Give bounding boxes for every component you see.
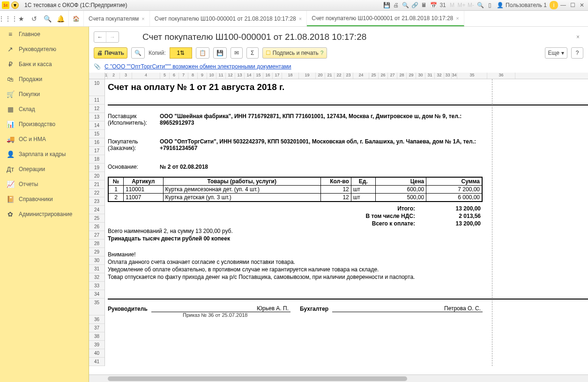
- user-menu[interactable]: 👤 Пользователь 1: [494, 2, 550, 8]
- tab-invoice-1[interactable]: Счет покупателю Ш100-000001 от 21.08.201…: [150, 11, 307, 26]
- preview-icon[interactable]: 🔍: [401, 1, 409, 9]
- col-header[interactable]: 16: [263, 73, 273, 79]
- mplus-icon[interactable]: M+: [457, 1, 466, 9]
- row-header[interactable]: 20: [89, 172, 104, 180]
- sidebar-item-2[interactable]: ₽Банк и касса: [0, 57, 89, 72]
- tab-close-icon[interactable]: ×: [299, 16, 302, 22]
- tab-home[interactable]: 🏠: [69, 11, 84, 26]
- col-header[interactable]: 28: [397, 73, 407, 79]
- print-icon[interactable]: 🖨: [392, 1, 400, 9]
- search-icon[interactable]: 🔍: [42, 14, 52, 24]
- col-header[interactable]: 27: [388, 73, 397, 79]
- col-header[interactable]: 6: [170, 73, 179, 79]
- row-header[interactable]: 31: [89, 265, 104, 273]
- col-header[interactable]: 14: [245, 73, 254, 79]
- col-header[interactable]: 26: [379, 73, 388, 79]
- date-icon[interactable]: 31: [439, 1, 447, 9]
- row-header[interactable]: 39: [89, 341, 104, 349]
- row-header[interactable]: 35: [89, 299, 104, 315]
- sidebar-item-12[interactable]: ✿Администрирование: [0, 207, 89, 222]
- row-header[interactable]: 19: [89, 164, 104, 172]
- col-header[interactable]: 33: [444, 73, 452, 79]
- col-header[interactable]: 2: [108, 73, 120, 79]
- zoom-icon[interactable]: 🔍: [476, 1, 484, 9]
- col-header[interactable]: 8: [188, 73, 198, 79]
- row-header[interactable]: 26: [89, 223, 104, 231]
- row-header[interactable]: 36: [89, 315, 104, 324]
- row-header[interactable]: 11: [89, 96, 104, 105]
- col-header[interactable]: 35: [457, 73, 487, 79]
- copies-input[interactable]: 1 ⇅: [170, 47, 192, 59]
- sidebar-item-6[interactable]: 📊Производство: [0, 117, 89, 132]
- col-header[interactable]: 13: [235, 73, 245, 79]
- row-header[interactable]: 24: [89, 206, 104, 214]
- settings-button[interactable]: 📋: [196, 47, 209, 59]
- sidebar-item-3[interactable]: 🛍Продажи: [0, 72, 89, 87]
- col-header[interactable]: 21: [325, 73, 335, 79]
- nav-back-button[interactable]: ←: [94, 32, 106, 42]
- col-header[interactable]: 3: [120, 73, 132, 79]
- maximize-icon[interactable]: ☐: [568, 1, 577, 9]
- row-header[interactable]: 14: [89, 121, 104, 130]
- nav-forward-button[interactable]: →: [106, 32, 119, 42]
- spreadsheet-area[interactable]: 1234567891011121314151617181920212223242…: [89, 73, 588, 375]
- horizontal-scrollbar[interactable]: [89, 375, 588, 382]
- more-button[interactable]: Еще ▾: [545, 47, 567, 59]
- sidebar-item-0[interactable]: ≡Главное: [0, 27, 89, 42]
- col-header[interactable]: 4: [132, 73, 160, 79]
- panels-icon[interactable]: ▯: [485, 1, 494, 9]
- row-header[interactable]: 21: [89, 180, 104, 189]
- col-header[interactable]: 10: [207, 73, 216, 79]
- link-icon[interactable]: 🔗: [410, 1, 419, 9]
- row-header[interactable]: 10: [89, 79, 104, 96]
- apps-icon[interactable]: ⋮⋮⋮: [3, 14, 13, 24]
- help-icon[interactable]: i: [550, 1, 558, 9]
- col-header[interactable]: 18: [282, 73, 299, 79]
- help-button[interactable]: ?: [571, 47, 583, 59]
- sidebar-item-7[interactable]: 🚚ОС и НМА: [0, 132, 89, 147]
- close-window-icon[interactable]: ✕: [578, 1, 586, 9]
- row-header[interactable]: 16: [89, 138, 104, 147]
- row-header[interactable]: 28: [89, 240, 104, 248]
- row-header[interactable]: 18: [89, 155, 104, 164]
- history-icon[interactable]: ↺: [29, 14, 39, 24]
- star-icon[interactable]: ★: [16, 14, 26, 24]
- col-header[interactable]: 7: [179, 73, 188, 79]
- col-header[interactable]: 31: [425, 73, 435, 79]
- col-header[interactable]: 36: [487, 73, 515, 79]
- col-header[interactable]: 12: [226, 73, 235, 79]
- sum-button[interactable]: Σ: [246, 47, 259, 59]
- sign-print-button[interactable]: ☐ Подпись и печать ?: [262, 47, 327, 59]
- row-header[interactable]: 15: [89, 130, 104, 138]
- close-document-icon[interactable]: ×: [576, 34, 580, 40]
- save-icon[interactable]: 💾: [382, 1, 391, 9]
- col-header[interactable]: 34: [452, 73, 457, 79]
- tab-invoice-2[interactable]: Счет покупателю Ш100-000001 от 21.08.201…: [307, 11, 464, 26]
- col-header[interactable]: 29: [407, 73, 416, 79]
- col-header[interactable]: 24: [353, 73, 369, 79]
- col-header[interactable]: 20: [316, 73, 325, 79]
- print-button[interactable]: 🖨 Печать: [94, 47, 127, 59]
- row-header[interactable]: 25: [89, 214, 104, 223]
- sidebar-item-9[interactable]: ДтОперации: [0, 162, 89, 177]
- row-header[interactable]: 23: [89, 197, 104, 206]
- sidebar-item-11[interactable]: 📔Справочники: [0, 192, 89, 207]
- col-header[interactable]: 11: [216, 73, 226, 79]
- sidebar-item-1[interactable]: ↗Руководителю: [0, 42, 89, 57]
- col-header[interactable]: 5: [160, 73, 170, 79]
- col-header[interactable]: 17: [273, 73, 282, 79]
- main-menu-dropdown[interactable]: ▾: [11, 1, 19, 9]
- row-header[interactable]: 22: [89, 189, 104, 197]
- save-button[interactable]: 💾: [213, 47, 227, 59]
- col-header[interactable]: 30: [416, 73, 425, 79]
- preview-button[interactable]: 🔍: [131, 47, 145, 59]
- row-header[interactable]: 29: [89, 248, 104, 256]
- row-header[interactable]: 34: [89, 290, 104, 299]
- col-header[interactable]: 23: [344, 73, 353, 79]
- calc-icon[interactable]: 🖩: [420, 1, 428, 9]
- sidebar-item-10[interactable]: 📈Отчеты: [0, 177, 89, 192]
- row-header[interactable]: 17: [89, 147, 104, 155]
- exchange-link[interactable]: С "ООО ""ОптТоргСити""" возможен обмен э…: [104, 63, 291, 70]
- tab-close-icon[interactable]: ×: [456, 15, 459, 21]
- col-header[interactable]: 22: [335, 73, 344, 79]
